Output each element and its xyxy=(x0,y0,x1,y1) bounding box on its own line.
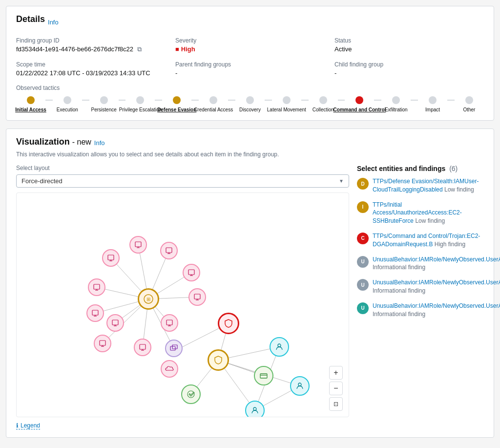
tactic-col-10: Exfiltration xyxy=(381,96,411,112)
copy-icon[interactable]: ⧉ xyxy=(137,45,142,53)
viz-info-link[interactable]: Info xyxy=(94,139,105,147)
entity-severity-3: Informational finding xyxy=(373,264,425,271)
node-green-1[interactable] xyxy=(254,366,273,385)
svg-rect-48 xyxy=(167,320,172,325)
child-finding-group-label: Child finding group xyxy=(334,61,484,68)
node-teal-2[interactable] xyxy=(290,376,310,396)
node-gold-shield[interactable] xyxy=(208,349,229,371)
entities-count: (6) xyxy=(449,165,458,172)
connector-8 xyxy=(338,100,345,101)
zoom-out-button[interactable]: − xyxy=(329,382,343,395)
entity-severity-2: High finding xyxy=(435,241,465,248)
details-grid: Finding group ID fd3534d4-1e91-4476-be66… xyxy=(16,37,484,77)
node-cloud[interactable] xyxy=(161,360,178,378)
layout-select[interactable]: Force-directed ▼ xyxy=(16,174,349,188)
zoom-fit-button[interactable]: ⊡ xyxy=(329,397,343,411)
legend-label: Legend xyxy=(21,422,40,429)
entity-icon-2: C xyxy=(357,233,369,244)
svg-point-60 xyxy=(298,383,301,386)
tactic-dot-6 xyxy=(246,96,254,104)
child-finding-group-value: - xyxy=(334,69,484,77)
node-green-2[interactable] xyxy=(181,384,201,404)
svg-rect-45 xyxy=(112,320,118,325)
connector-2 xyxy=(119,100,126,101)
tactic-dot-10 xyxy=(392,96,400,104)
scope-time-field: Scope time 01/22/2022 17:08 UTC - 03/19/… xyxy=(16,61,166,77)
entities-panel: Select entities and findings (6) DTTPs/D… xyxy=(357,165,484,429)
svg-rect-51 xyxy=(100,341,105,345)
tactic-col-9: Command and Control xyxy=(345,96,374,112)
tactic-name-2: Persistence xyxy=(91,107,117,112)
entity-item-3: UUnusualBehavior:IAMRole/NewlyObserved.U… xyxy=(357,256,484,272)
tactic-dot-1 xyxy=(63,96,71,104)
entity-text-5: UnusualBehavior:IAMRole/NewlyObserved.Us… xyxy=(373,302,500,319)
tactic-dot-0 xyxy=(27,96,35,104)
node-1[interactable] xyxy=(129,236,147,254)
entity-item-0: DTTPs/Defense Evasion/Stealth:IAMUser-Cl… xyxy=(357,177,484,194)
entity-icon-1: I xyxy=(357,201,369,213)
tactic-col-2: Persistence xyxy=(89,96,119,112)
layout-select-label: Select layout xyxy=(16,165,349,171)
tactic-name-11: Impact xyxy=(425,107,440,112)
entity-text-4: UnusualBehavior:IAMRole/NewlyObserved.Us… xyxy=(373,278,500,295)
node-teal-1[interactable] xyxy=(270,337,289,357)
entity-text-1: TTPs/Initial Access/UnauthorizedAccess:E… xyxy=(373,201,484,225)
svg-point-61 xyxy=(253,407,256,410)
node-3[interactable] xyxy=(102,249,120,267)
node-4[interactable] xyxy=(183,264,200,281)
node-8[interactable] xyxy=(106,314,124,332)
svg-point-59 xyxy=(278,344,281,347)
node-5[interactable] xyxy=(88,278,105,296)
node-red-main[interactable] xyxy=(218,313,239,334)
svg-rect-36 xyxy=(94,284,100,289)
zoom-in-button[interactable]: + xyxy=(329,366,343,380)
observed-tactics-label: Observed tactics xyxy=(16,85,484,91)
entity-name-4[interactable]: UnusualBehavior:IAMRole/NewlyObserved.Us… xyxy=(373,279,500,286)
tactic-dot-4 xyxy=(173,96,181,104)
legend-button[interactable]: ℹ Legend xyxy=(16,422,40,429)
tactic-dot-5 xyxy=(209,96,217,104)
tactics-section: Observed tactics Initial AccessExecution… xyxy=(16,85,484,112)
tactic-dot-11 xyxy=(429,96,437,104)
entities-list: DTTPs/Defense Evasion/Stealth:IAMUser-Cl… xyxy=(357,177,484,318)
node-6[interactable] xyxy=(188,288,206,306)
zoom-controls: + − ⊡ xyxy=(329,366,343,411)
entity-item-4: UUnusualBehavior:IAMRole/NewlyObserved.U… xyxy=(357,278,484,295)
svg-text:⊞: ⊞ xyxy=(146,297,150,302)
node-11[interactable] xyxy=(134,339,151,356)
node-7[interactable] xyxy=(86,304,104,322)
finding-group-id-value: fd3534d4-1e91-4476-be66-2676dc7f8c22 ⧉ xyxy=(16,45,166,53)
connector-5 xyxy=(228,100,235,101)
entity-severity-5: Informational finding xyxy=(373,311,425,318)
node-10[interactable] xyxy=(94,335,111,352)
node-2[interactable] xyxy=(160,242,178,259)
viz-subtitle: This interactive visualization allows yo… xyxy=(16,151,484,158)
entity-severity-0: Low finding xyxy=(444,186,474,193)
entity-severity-1: Low finding xyxy=(415,217,445,224)
viz-canvas[interactable]: ⊞ xyxy=(16,192,349,417)
tactic-name-6: Discovery xyxy=(239,107,261,112)
node-purple[interactable] xyxy=(165,340,183,357)
tactic-col-3: Privilege Escalation xyxy=(125,96,155,112)
connector-4 xyxy=(191,100,199,101)
connector-9 xyxy=(374,100,381,101)
center-node[interactable]: ⊞ xyxy=(138,288,159,310)
scope-time-label: Scope time xyxy=(16,61,166,68)
details-info-link[interactable]: Info xyxy=(48,19,59,26)
entity-item-2: CTTPs/Command and Control/Trojan:EC2-DGA… xyxy=(357,232,484,249)
details-card: Details Info Finding group ID fd3534d4-1… xyxy=(6,6,494,121)
tactic-col-4: Defense Evasion xyxy=(162,96,191,112)
entities-title: Select entities and findings (6) xyxy=(357,165,484,172)
node-teal-3[interactable] xyxy=(245,401,265,417)
entity-name-5[interactable]: UnusualBehavior:IAMRole/NewlyObserved.Us… xyxy=(373,302,500,309)
entity-icon-5: U xyxy=(357,302,369,314)
connector-6 xyxy=(265,100,272,101)
viz-left-panel: Select layout Force-directed ▼ ⊞ xyxy=(16,165,349,429)
layout-value: Force-directed xyxy=(21,177,62,185)
entity-severity-4: Informational finding xyxy=(373,287,425,294)
entity-text-0: TTPs/Defense Evasion/Stealth:IAMUser-Clo… xyxy=(373,177,484,194)
parent-finding-groups-label: Parent finding groups xyxy=(175,61,325,68)
entity-name-3[interactable]: UnusualBehavior:IAMRole/NewlyObserved.Us… xyxy=(373,256,500,263)
status-field: Status Active xyxy=(334,37,484,53)
node-9[interactable] xyxy=(161,314,178,332)
